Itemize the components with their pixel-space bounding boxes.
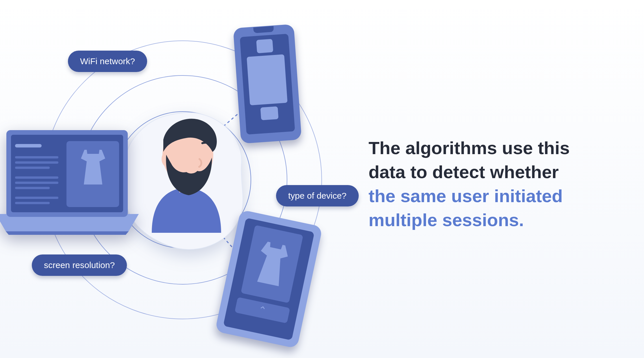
caption-line-3: the same user initiated [369,186,563,206]
svg-rect-11 [15,156,58,158]
svg-rect-14 [15,176,58,179]
caption-line-2: data to detect whether [369,162,559,182]
smartphone-device-icon [233,24,301,144]
dress-product-icon [247,54,287,106]
svg-rect-15 [15,182,58,184]
dress-product-icon [241,225,303,303]
svg-rect-13 [15,167,50,169]
caption-line-1: The algorithms use this [369,138,570,158]
laptop-device-icon [0,127,140,237]
caption-line-4: multiple sessions. [369,210,524,230]
main-caption: The algorithms use this data to detect w… [369,136,632,232]
chevron-down-icon: ⌃ [257,304,267,317]
pill-screen-resolution: screen resolution? [32,254,127,276]
pill-wifi-network: WiFi network? [68,51,147,72]
svg-rect-17 [15,197,58,199]
svg-marker-7 [6,231,129,235]
svg-rect-18 [15,202,50,204]
svg-rect-10 [15,144,42,147]
diagram-stage: ⌃ WiFi network? screen resolution? type … [0,0,644,358]
person-avatar-icon [140,108,233,236]
pill-type-of-device: type of device? [276,185,359,206]
svg-rect-12 [15,161,58,164]
svg-rect-16 [15,187,50,189]
